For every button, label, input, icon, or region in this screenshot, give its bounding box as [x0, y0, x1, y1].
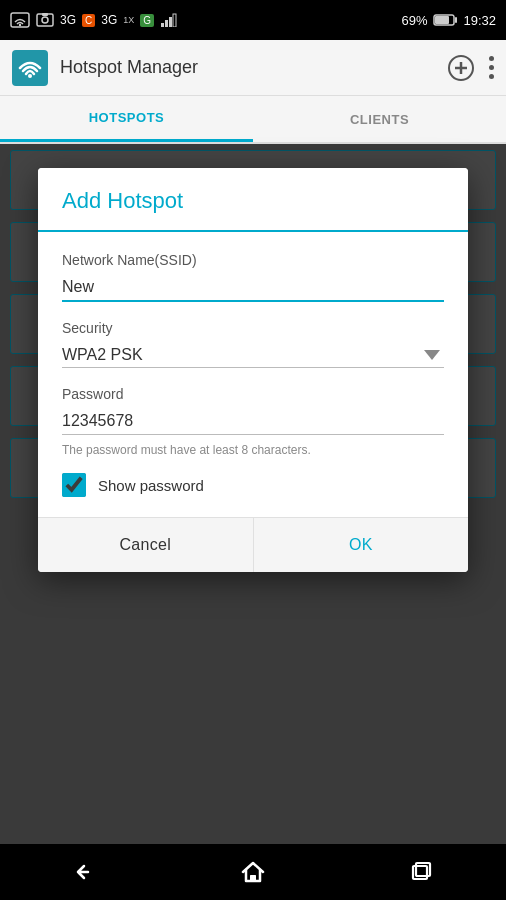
wifi-signal-icon: [10, 12, 30, 28]
cancel-button[interactable]: Cancel: [38, 518, 254, 572]
tab-bar: HOTSPOTS CLIENTS: [0, 96, 506, 144]
back-icon: [70, 860, 98, 884]
network-type-3g: 3G: [60, 13, 76, 27]
time-display: 19:32: [463, 13, 496, 28]
dialog-body: Network Name(SSID) Security Open WPA PSK…: [38, 232, 468, 517]
svg-rect-10: [435, 16, 449, 24]
signal-bars-icon: [160, 13, 178, 27]
home-icon: [240, 860, 266, 884]
security-wrapper: Open WPA PSK WPA2 PSK: [62, 342, 444, 368]
recents-icon: [410, 861, 434, 883]
app-title: Hotspot Manager: [60, 57, 435, 78]
status-right: 69% 19:32: [401, 13, 496, 28]
network-name-field: Network Name(SSID): [62, 252, 444, 320]
tab-clients[interactable]: CLIENTS: [253, 96, 506, 142]
password-hint: The password must have at least 8 charac…: [62, 443, 444, 457]
home-button[interactable]: [223, 852, 283, 892]
svg-point-3: [42, 17, 48, 23]
g-icon: G: [140, 14, 154, 27]
network-type-3g2: 3G: [101, 13, 117, 27]
svg-rect-8: [173, 14, 176, 27]
app-bar: Hotspot Manager: [0, 40, 506, 96]
dialog-title: Add Hotspot: [62, 188, 183, 213]
svg-rect-7: [169, 17, 172, 27]
ok-button[interactable]: OK: [254, 518, 469, 572]
network-1x: 1X: [123, 15, 134, 25]
security-label: Security: [62, 320, 444, 336]
add-circle-icon: [447, 54, 475, 82]
show-password-label: Show password: [98, 477, 204, 494]
dialog-header: Add Hotspot: [38, 168, 468, 232]
add-hotspot-button[interactable]: [447, 54, 475, 82]
network-name-label: Network Name(SSID): [62, 252, 444, 268]
security-select[interactable]: Open WPA PSK WPA2 PSK: [62, 342, 444, 368]
dropdown-arrow-icon: [424, 350, 440, 360]
password-label: Password: [62, 386, 444, 402]
bottom-nav: [0, 844, 506, 900]
recents-button[interactable]: [392, 852, 452, 892]
app-bar-actions: [447, 54, 494, 82]
photo-icon: [36, 12, 54, 28]
show-password-checkbox-wrapper[interactable]: [62, 473, 86, 497]
password-input[interactable]: [62, 408, 444, 435]
svg-rect-4: [42, 13, 48, 16]
show-password-row: Show password: [62, 473, 444, 497]
app-icon: [12, 50, 48, 86]
add-hotspot-dialog: Add Hotspot Network Name(SSID) Security …: [38, 168, 468, 572]
dialog-footer: Cancel OK: [38, 517, 468, 572]
svg-rect-16: [250, 875, 256, 881]
svg-rect-6: [165, 20, 168, 27]
show-password-checkbox[interactable]: [62, 473, 86, 497]
hotspot-icon: [18, 58, 42, 78]
password-field: Password The password must have at least…: [62, 386, 444, 457]
battery-icon: [433, 13, 457, 27]
background-content: Add Hotspot Network Name(SSID) Security …: [0, 144, 506, 844]
svg-rect-11: [455, 17, 457, 23]
carrier-icon: C: [82, 14, 95, 27]
network-name-input[interactable]: [62, 274, 444, 302]
status-bar: 3G C 3G 1X G 69% 19:32: [0, 0, 506, 40]
back-button[interactable]: [54, 852, 114, 892]
tab-hotspots[interactable]: HOTSPOTS: [0, 96, 253, 142]
status-left: 3G C 3G 1X G: [10, 12, 178, 28]
security-field: Security Open WPA PSK WPA2 PSK: [62, 320, 444, 368]
more-options-button[interactable]: [489, 54, 494, 82]
svg-point-12: [28, 74, 32, 78]
battery-percent: 69%: [401, 13, 427, 28]
svg-rect-5: [161, 23, 164, 27]
dialog-overlay: Add Hotspot Network Name(SSID) Security …: [0, 144, 506, 844]
svg-point-1: [19, 24, 21, 26]
